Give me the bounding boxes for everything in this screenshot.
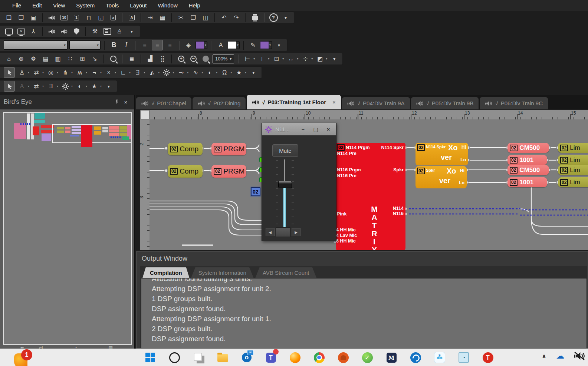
comp-block-2[interactable]: 02 Comp [168,165,203,178]
signal-chart-button[interactable]: ▟ [145,54,155,64]
align-left-button[interactable]: ≡ [139,40,150,50]
tab-p02-dining[interactable]: √P02:Dining [193,97,246,109]
menu-system[interactable]: System [71,1,99,10]
mini-dropdown-icon[interactable]: ▾ [86,71,87,74]
object-library-button[interactable]: ▥ [53,54,63,64]
mini-dropdown-icon[interactable]: ▾ [187,71,188,74]
tab-system-information[interactable]: System Information [191,267,254,278]
pin-icon[interactable] [112,99,121,105]
gear-tool-button[interactable] [60,81,70,91]
minimize-icon[interactable]: – [298,126,308,132]
toolbar-overflow-button[interactable]: ▾ [329,54,339,64]
speaker-block-cm500-2[interactable]: 02 CM500 [507,165,549,175]
limiter-block-2[interactable]: 02 Lim [558,155,588,165]
mini-dropdown-icon[interactable]: ▾ [173,71,174,74]
fader-track[interactable] [283,187,286,231]
panel-close-icon[interactable]: × [121,99,130,105]
zoom-level-combo[interactable]: 100%▾ [213,55,234,63]
mini-dropdown-icon[interactable]: ▾ [245,71,246,74]
birds-eye-minimap[interactable] [3,112,132,345]
audio-meter-button[interactable] [59,26,69,36]
comp-block-1[interactable]: 02 Comp [168,143,203,155]
new-audio-system-button[interactable] [47,13,57,23]
tray-chevron-icon[interactable]: ∧ [542,353,546,360]
locate-device-button[interactable]: ♙ [114,26,125,36]
open-file-button[interactable]: ❒ [16,13,26,23]
compass-view-button[interactable]: ☸ [28,54,39,64]
toolbar-overflow-button[interactable]: ▾ [280,13,291,23]
align-objects-left-button[interactable]: ⊢ [242,54,253,64]
crossover-tool-button[interactable]: × [104,67,114,78]
mini-dropdown-icon[interactable]: ▾ [86,85,87,88]
center-in-page-button[interactable]: ⊡ [271,54,282,64]
device-grid-button[interactable]: ▦ [157,13,168,23]
speaker-block-1001-2[interactable]: 02 1001 [507,177,547,187]
compilation-log[interactable]: Allocation found utilizing 3 units.Attem… [141,278,587,348]
wave-tool-button[interactable]: ʍ [75,67,85,78]
align-right-button[interactable]: ≡ [165,40,175,50]
nudge-button[interactable]: ⊹ [300,54,311,64]
windows-start-icon[interactable] [144,351,157,364]
grid-dots-button[interactable]: ⣿ [157,54,168,64]
add-person-tool-button[interactable]: ♙ [17,81,27,91]
contrast-tool-button[interactable]: ◐ [205,67,215,78]
file-explorer-icon[interactable] [216,351,229,364]
tab-p04-div-train-9a[interactable]: √P04:Div Train 9A [342,97,410,109]
mute-button[interactable]: Mute [272,144,298,157]
outlook-icon[interactable]: o✉ [240,351,253,364]
export-device-button[interactable]: ◱ [96,13,106,23]
menu-file[interactable]: File [7,1,26,10]
t-red-app-icon[interactable]: T [482,351,494,364]
menu-help[interactable]: Help [184,1,205,10]
network-tree-button[interactable]: ⅄ [28,26,39,36]
mini-dropdown-icon[interactable]: ▾ [28,85,29,88]
new-10-unit-button[interactable]: 10 [59,13,69,23]
tab-close-icon[interactable]: × [332,99,336,105]
spinner-left-arrow-icon[interactable]: ◀ [266,228,275,236]
chrome-icon[interactable] [313,351,325,364]
contrast-tool-button[interactable]: ◐ [75,81,85,91]
audio-swirl-app-icon[interactable] [409,351,422,364]
mini-dropdown-icon[interactable]: ▾ [268,57,269,60]
prgm-block-2[interactable]: 02 PRGM [211,165,246,178]
lever-tool-button[interactable]: ⊸ [176,67,186,78]
radiate-tool-button[interactable]: ◎ [46,67,56,78]
matrix-mixer-block[interactable]: 02 N114 Prgm N114 Pre N116 Prgm N116 Pre… [336,143,405,250]
tab-p06-div-train-9c[interactable]: √P06:Div Train 9C [480,97,548,109]
spinner-value-box[interactable] [276,227,290,237]
stats-chart-app-icon[interactable]: ◔ [457,351,470,364]
font-color-swatch[interactable]: ▾ [228,41,240,49]
security-shield-button[interactable] [71,26,82,36]
line-color-swatch[interactable]: ▾ [260,41,272,49]
disconnect-system-button[interactable]: ✕ [16,26,26,36]
spinner-right-arrow-icon[interactable]: ▶ [292,228,300,236]
font-color-button[interactable]: A [216,40,226,50]
layers-button[interactable]: ≣ [127,54,137,64]
mini-dropdown-icon[interactable]: ▾ [100,85,102,88]
menu-layout[interactable]: Layout [125,1,151,10]
mini-dropdown-icon[interactable]: ▾ [129,71,131,74]
mini-dropdown-icon[interactable]: ▾ [28,71,29,74]
merge-tool-button[interactable]: ⋔ [60,67,70,78]
redo-button[interactable]: ↷ [231,13,242,23]
gear-tool-button[interactable] [161,67,172,78]
print-button[interactable] [250,13,260,23]
menu-tools[interactable]: Tools [101,1,124,10]
step-line-tool-button[interactable]: ∟ [118,67,128,78]
find-replace-button[interactable] [108,54,118,64]
undo-button[interactable]: ↶ [219,13,229,23]
tab-p05-div-train-9b[interactable]: √P05:Div Train 9B [411,97,479,109]
properties-list-button[interactable] [102,26,112,36]
mini-dropdown-icon[interactable]: ▾ [230,71,232,74]
swap-tool-button[interactable]: ⇄ [31,67,42,78]
new-1-unit-button[interactable]: 1 [71,13,82,23]
mini-dropdown-icon[interactable]: ▾ [311,57,313,60]
mini-dropdown-icon[interactable]: ▾ [115,71,116,74]
align-objects-top-button[interactable]: ⊤ [257,54,267,64]
mini-dropdown-icon[interactable]: ▾ [201,71,203,74]
mini-dropdown-icon[interactable]: ▾ [57,71,58,74]
equipment-rack-button[interactable]: ↘ [89,54,100,64]
open-device-button[interactable]: ⊓ [83,13,94,23]
paste-button[interactable]: ◫ [200,13,211,23]
tab-p01-chapel[interactable]: √P01:Chapel [136,97,191,109]
